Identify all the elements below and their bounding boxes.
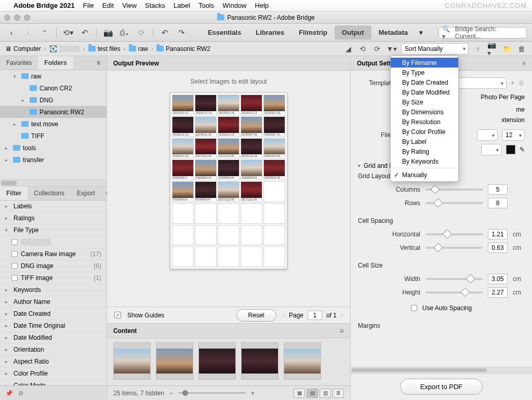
horizontal-input[interactable] <box>488 229 508 239</box>
batch-icon[interactable]: ⎙▾ <box>118 27 131 38</box>
thumb-4[interactable] <box>284 342 321 380</box>
back-button[interactable]: ‹ <box>5 27 18 38</box>
sort-by-rating[interactable]: By Rating <box>391 146 458 156</box>
trash-icon[interactable]: 🗑 <box>516 44 527 54</box>
ws-libraries[interactable]: Libraries <box>248 25 291 39</box>
zoom-icon[interactable] <box>24 15 30 21</box>
filter-item[interactable]: Camera Raw image(17) <box>0 248 107 260</box>
crumb-computer[interactable]: 🖥 Computer <box>5 45 41 52</box>
output-folder-icon[interactable]: 📷▾ <box>487 44 498 54</box>
tab-filter[interactable]: Filter <box>0 186 28 200</box>
sort-direction-icon[interactable]: ↑ <box>473 44 483 54</box>
content-menu-icon[interactable]: ≡ <box>340 327 344 335</box>
crumb-testfiles[interactable]: test files <box>88 45 121 52</box>
height-slider[interactable] <box>425 291 483 294</box>
parent-button[interactable]: ⌃ <box>38 27 51 38</box>
filter-date-modified[interactable]: ▸Date Modified <box>0 332 107 344</box>
folder-dng[interactable]: ▸DNG <box>0 94 107 106</box>
columns-input[interactable] <box>488 184 508 195</box>
filter-ratings[interactable]: ▸Ratings <box>0 212 107 224</box>
checkbox[interactable] <box>11 263 18 269</box>
columns-slider[interactable] <box>425 189 483 191</box>
template-add-icon[interactable]: + <box>511 79 514 87</box>
rows-input[interactable] <box>488 198 508 208</box>
refresh-icon[interactable]: ⟳ <box>135 27 148 38</box>
folder-tiff[interactable]: TIFF <box>0 130 107 142</box>
crumb-drive[interactable]: 💽 <box>49 45 80 52</box>
filter-date-time-original[interactable]: ▸Date Time Original <box>0 320 107 332</box>
vertical-slider[interactable] <box>425 247 483 249</box>
crumb-raw[interactable]: raw <box>129 45 148 52</box>
pin-icon[interactable]: 📌 <box>5 390 13 397</box>
right-hscroll[interactable] <box>351 367 532 373</box>
folder-test-move[interactable]: ▸test move <box>0 118 107 130</box>
view-grid-icon[interactable]: ▦ <box>294 389 305 398</box>
redo-icon[interactable]: ↷ <box>175 27 188 38</box>
boomerang-icon[interactable]: ↶ <box>78 27 91 38</box>
height-input[interactable] <box>488 287 508 298</box>
rotate-cw-icon[interactable]: ⟳ <box>372 44 382 54</box>
ws-essentials[interactable]: Essentials <box>201 25 248 39</box>
show-guides-checkbox[interactable]: ✓ <box>114 312 121 318</box>
content-thumbs[interactable] <box>107 338 350 385</box>
sort-by-label[interactable]: By Label <box>391 137 458 146</box>
sort-select[interactable]: Sort Manually <box>401 43 469 55</box>
color-swatch[interactable] <box>506 145 515 154</box>
filter-keywords[interactable]: ▸Keywords <box>0 284 107 296</box>
tree-scrollbar[interactable] <box>0 179 107 186</box>
template-delete-icon[interactable]: 🗑 <box>518 79 525 87</box>
tab-folders[interactable]: Folders <box>38 56 73 70</box>
view-detail-icon[interactable]: ▥ <box>320 389 331 398</box>
new-folder-icon[interactable]: 📁 <box>502 44 512 54</box>
folder-raw[interactable]: ▾raw <box>0 70 107 82</box>
menu-label[interactable]: Label <box>174 2 190 9</box>
filter-item[interactable]: TIFF image(1) <box>0 272 107 284</box>
auto-spacing-checkbox[interactable] <box>411 305 417 311</box>
sort-manually[interactable]: ✓Manually <box>391 170 458 180</box>
output-menu-icon[interactable]: ≡ <box>522 60 526 67</box>
filename-select[interactable] <box>477 129 498 141</box>
width-input[interactable] <box>488 274 508 284</box>
zoom-in-icon[interactable]: + <box>251 390 255 397</box>
camera-icon[interactable]: 📷 <box>102 27 114 38</box>
filter-color-profile[interactable]: ▸Color Profile <box>0 368 107 380</box>
view-list-icon[interactable]: ≣ <box>332 389 344 398</box>
sort-by-date-created[interactable]: By Date Created <box>391 77 458 87</box>
eyedropper-icon[interactable]: ✎ <box>520 146 525 153</box>
sort-by-dimensions[interactable]: By Dimensions <box>391 107 458 117</box>
folder-canon-cr2[interactable]: Canon CR2 <box>0 82 107 94</box>
recent-icon[interactable]: ⟲▾ <box>62 27 74 38</box>
ws-filmstrip[interactable]: Filmstrip <box>291 25 335 39</box>
sort-by-size[interactable]: By Size <box>391 97 458 107</box>
export-pdf-button[interactable]: Export to PDF <box>400 379 483 395</box>
rows-slider[interactable] <box>425 202 483 204</box>
panel-menu-icon[interactable]: ≡ <box>90 56 107 70</box>
rotate-ccw-icon[interactable]: ⟲ <box>357 44 368 54</box>
app-name[interactable]: Adobe Bridge 2021 <box>14 2 75 9</box>
filter-color-mode[interactable]: ▸Color Mode <box>0 380 107 385</box>
view-thumb-icon[interactable]: ▤ <box>307 389 318 398</box>
folder-tools[interactable]: ▸tools <box>0 142 107 154</box>
filter-orientation[interactable]: ▸Orientation <box>0 344 107 356</box>
search-input[interactable]: 🔍▾ Bridge Search: Current... <box>438 27 527 38</box>
filter-labels[interactable]: ▸Labels <box>0 201 107 212</box>
forward-button[interactable]: › <box>22 27 34 38</box>
sort-by-resolution[interactable]: By Resolution <box>391 117 458 127</box>
clear-filter-icon[interactable]: ⊘ <box>18 390 23 397</box>
sort-by-type[interactable]: By Type <box>391 68 458 77</box>
page-next-icon[interactable]: › <box>341 312 343 319</box>
checkbox[interactable] <box>11 239 18 245</box>
thumb-0[interactable] <box>113 342 151 380</box>
menu-tools[interactable]: Tools <box>198 2 214 9</box>
filter-funnel-icon[interactable]: ▼▾ <box>387 44 397 54</box>
menu-stacks[interactable]: Stacks <box>145 2 165 9</box>
checkbox[interactable] <box>11 251 18 257</box>
menu-help[interactable]: Help <box>255 2 269 9</box>
minimize-icon[interactable] <box>14 15 20 21</box>
page-input[interactable] <box>308 311 322 320</box>
tab-favorites[interactable]: Favorites <box>0 56 38 70</box>
ws-metadata[interactable]: Metadata <box>371 25 415 39</box>
ws-more-icon[interactable]: ▾ <box>415 25 427 39</box>
close-icon[interactable] <box>4 15 10 21</box>
sort-by-color-profile[interactable]: By Color Profile <box>391 127 458 137</box>
